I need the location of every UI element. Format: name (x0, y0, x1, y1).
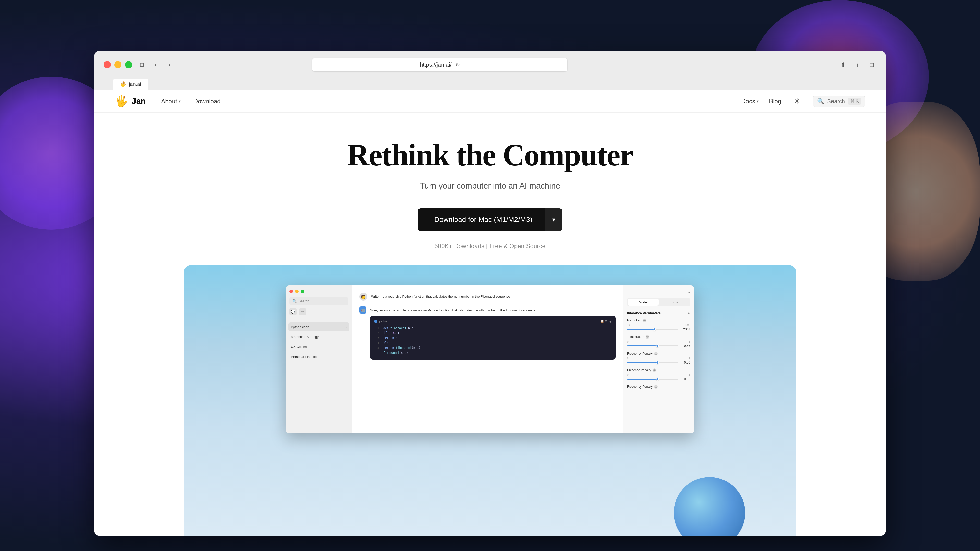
jan-chat-item-python[interactable]: Python code ··· (288, 322, 349, 331)
browser-controls: ⊟ ‹ › (137, 60, 174, 69)
jan-main-area: 🧑 Write me a recursive Python function t… (352, 286, 623, 433)
jan-compose-icon[interactable]: ✏ (299, 308, 306, 315)
back-button[interactable]: ‹ (151, 60, 160, 69)
share-button[interactable]: ⬆ (838, 60, 848, 69)
max-token-label: Max token (627, 319, 641, 322)
jan-sidebar-icons: 💬 ✏ (290, 308, 348, 315)
presence-penalty-param: Presence Penalty ⓘ 0 1 (627, 368, 690, 381)
max-token-label-row: Max token ⓘ (627, 319, 690, 322)
jan-chat-item-marketing[interactable]: Marketing Strategy (288, 332, 349, 341)
forward-button[interactable]: › (165, 60, 174, 69)
download-button-label: Download for Mac (M1/M2/M3) (434, 216, 532, 224)
panel-more-button[interactable]: ··· (686, 289, 690, 295)
temperature-slider[interactable] (627, 345, 678, 346)
title-bar: ⊟ ‹ › https://jan.ai/ ↻ ⬆ ＋ ⊞ (103, 58, 877, 71)
presence-penalty-slider-thumb[interactable] (656, 378, 659, 381)
jan-minimize-button[interactable] (295, 289, 299, 293)
jan-chat-list: Python code ··· Marketing Strategy UX Co… (286, 322, 352, 362)
user-message-text: Write me a recursive Python function tha… (371, 292, 510, 301)
site-nav: 🖐️ Jan About ▾ Download Docs ▾ Blog (94, 90, 886, 113)
code-line-5: 5 return fibonacci(n-1) + (374, 346, 611, 351)
reload-button[interactable]: ↻ (455, 62, 460, 68)
jan-chat-item-finance[interactable]: Personal Finance (288, 352, 349, 361)
hero-subtitle: Turn your computer into an AI machine (420, 181, 560, 191)
nav-blog-link[interactable]: Blog (769, 98, 781, 105)
jan-search-placeholder: Search (299, 299, 309, 303)
nav-docs-link[interactable]: Docs ▾ (741, 98, 759, 105)
freq-penalty-slider-labels: 0 1 (627, 357, 690, 360)
jan-chat-icon[interactable]: 💬 (290, 308, 297, 315)
jan-search-box[interactable]: 🔍 Search (290, 297, 348, 305)
jan-maximize-button[interactable] (301, 289, 304, 293)
presence-penalty-slider[interactable] (627, 379, 678, 380)
nav-about-link[interactable]: About ▾ (161, 98, 181, 105)
about-chevron-icon: ▾ (179, 99, 181, 103)
code-lines: 1 def fibonacci(n): 2 if n <= 1: (374, 326, 611, 356)
jan-close-button[interactable] (290, 289, 293, 293)
nav-links: About ▾ Download (161, 98, 221, 105)
freq-penalty-slider-thumb[interactable] (656, 361, 659, 364)
presence-penalty-slider-fill (627, 379, 656, 380)
preview-section: 🔍 Search 💬 ✏ Python code ··· (94, 265, 886, 536)
copy-button[interactable]: 📋 Copy (600, 320, 611, 323)
decorative-sphere (674, 477, 745, 536)
temperature-value: 0.56 (681, 344, 690, 348)
theme-toggle-button[interactable]: ☀ (791, 96, 803, 107)
tab-title: jan.ai (129, 81, 141, 87)
nav-right: Docs ▾ Blog ☀ 🔍 Search ⌘ K (741, 96, 865, 107)
max-token-info-icon: ⓘ (643, 319, 646, 322)
max-token-slider-thumb[interactable] (653, 328, 656, 331)
active-tab[interactable]: 🖐️ jan.ai (113, 79, 148, 90)
jan-model-tab[interactable]: Model (628, 299, 659, 306)
max-token-slider[interactable] (627, 329, 678, 330)
temperature-slider-thumb[interactable] (656, 345, 659, 348)
jan-chat-more-icon[interactable]: ··· (345, 326, 347, 329)
temperature-label: Temperature (627, 335, 644, 339)
minimize-button[interactable] (115, 61, 121, 68)
code-line-2: 2 if n <= 1: (374, 330, 611, 336)
hero-title: Rethink the Computer (347, 138, 633, 172)
freq-penalty-slider-row: 0.56 (627, 361, 690, 364)
logo-icon: 🖐️ (115, 95, 128, 107)
section-collapse-icon[interactable]: ∧ (687, 311, 690, 315)
browser-window: ⊟ ‹ › https://jan.ai/ ↻ ⬆ ＋ ⊞ 🖐️ jan.ai (94, 51, 886, 536)
tab-bar: 🖐️ jan.ai (103, 76, 877, 90)
jan-chat-item-ux[interactable]: UX Copies (288, 342, 349, 351)
code-line-1: 1 def fibonacci(n): (374, 326, 611, 331)
search-button[interactable]: 🔍 Search ⌘ K (813, 96, 865, 107)
max-token-slider-row: 2048 (627, 327, 690, 331)
new-tab-button[interactable]: ＋ (853, 60, 862, 69)
address-bar[interactable]: https://jan.ai/ ↻ (312, 58, 567, 71)
download-dropdown-button[interactable]: ▾ (545, 208, 563, 231)
freq-penalty-slider[interactable] (627, 362, 678, 363)
jan-chat-content: 🧑 Write me a recursive Python function t… (352, 286, 623, 433)
jan-chat-item-label: Python code (291, 325, 309, 329)
preview-container: 🔍 Search 💬 ✏ Python code ··· (184, 265, 796, 536)
freq-penalty-value: 0.56 (681, 361, 690, 364)
code-block-header: python 📋 Copy (374, 320, 611, 323)
max-token-value: 2048 (681, 327, 690, 331)
jan-tools-tab[interactable]: Tools (659, 299, 690, 306)
jan-search-icon: 🔍 (293, 299, 297, 303)
presence-penalty-info-icon: ⓘ (652, 368, 656, 372)
temperature-param: Temperature ⓘ 0 1 (627, 335, 690, 348)
temperature-label-row: Temperature ⓘ (627, 335, 690, 339)
nav-logo[interactable]: 🖐️ Jan (115, 95, 146, 107)
temperature-slider-labels: 0 1 (627, 340, 690, 343)
maximize-button[interactable] (125, 61, 132, 68)
search-shortcut: ⌘ K (848, 98, 861, 105)
tab-grid-button[interactable]: ⊞ (867, 60, 877, 69)
freq-penalty-label-row-2: Frequency Penalty ⓘ (627, 385, 690, 389)
nav-download-link[interactable]: Download (193, 98, 221, 105)
presence-penalty-label: Presence Penalty (627, 368, 651, 372)
code-line-6: fibonacci(n-2) (374, 351, 611, 356)
user-avatar: 🧑 (360, 292, 368, 301)
search-label: Search (827, 98, 845, 105)
jan-sidebar: 🔍 Search 💬 ✏ Python code ··· (286, 286, 352, 433)
freq-penalty-label-2: Frequency Penalty (627, 385, 652, 389)
download-main-button[interactable]: Download for Mac (M1/M2/M3) (417, 208, 545, 231)
jan-chat-item-label: Personal Finance (291, 355, 317, 359)
sidebar-toggle-button[interactable]: ⊟ (137, 60, 146, 69)
close-button[interactable] (103, 61, 111, 68)
hero-section: Rethink the Computer Turn your computer … (94, 113, 886, 265)
